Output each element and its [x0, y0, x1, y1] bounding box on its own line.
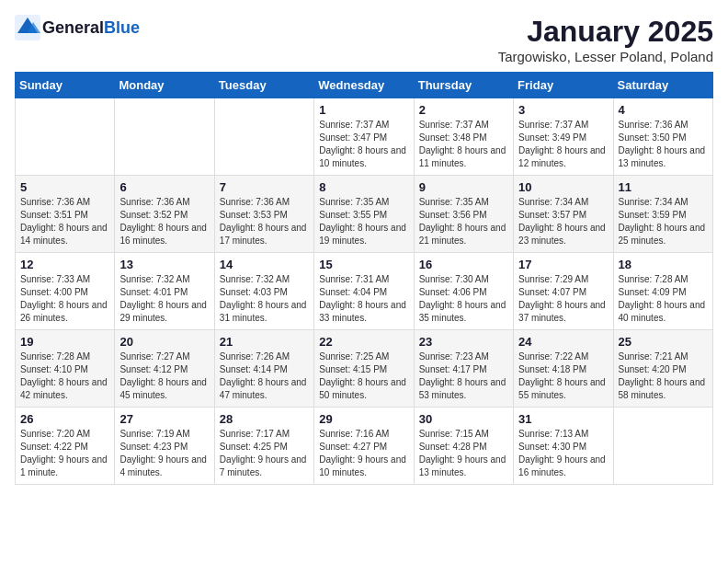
calendar-cell: [613, 408, 712, 485]
calendar-cell: 13Sunrise: 7:32 AMSunset: 4:01 PMDayligh…: [115, 253, 214, 330]
day-info: Sunrise: 7:28 AMSunset: 4:10 PMDaylight:…: [20, 350, 109, 402]
day-info: Sunrise: 7:25 AMSunset: 4:15 PMDaylight:…: [319, 350, 408, 402]
calendar-cell: 3Sunrise: 7:37 AMSunset: 3:49 PMDaylight…: [514, 98, 613, 176]
day-info: Sunrise: 7:36 AMSunset: 3:52 PMDaylight:…: [119, 196, 209, 247]
calendar-cell: 29Sunrise: 7:16 AMSunset: 4:27 PMDayligh…: [314, 408, 414, 485]
day-number: 27: [119, 412, 209, 426]
calendar-cell: 2Sunrise: 7:37 AMSunset: 3:48 PMDaylight…: [414, 98, 513, 176]
calendar-cell: 8Sunrise: 7:35 AMSunset: 3:55 PMDaylight…: [314, 176, 414, 253]
logo-text-blue: Blue: [104, 18, 140, 37]
calendar-cell: 23Sunrise: 7:23 AMSunset: 4:17 PMDayligh…: [414, 330, 513, 408]
day-number: 3: [518, 103, 608, 117]
month-title: January 2025: [498, 15, 713, 49]
day-info: Sunrise: 7:26 AMSunset: 4:14 PMDaylight:…: [220, 350, 309, 402]
day-number: 18: [619, 258, 708, 271]
day-number: 19: [20, 335, 109, 349]
day-number: 31: [518, 412, 608, 426]
day-number: 6: [119, 180, 209, 194]
calendar-cell: 21Sunrise: 7:26 AMSunset: 4:14 PMDayligh…: [214, 330, 313, 408]
day-info: Sunrise: 7:31 AMSunset: 4:04 PMDaylight:…: [319, 273, 408, 325]
calendar-cell: [214, 98, 313, 176]
calendar-cell: 20Sunrise: 7:27 AMSunset: 4:12 PMDayligh…: [115, 330, 214, 408]
day-number: 20: [119, 335, 209, 349]
calendar-week-row: 19Sunrise: 7:28 AMSunset: 4:10 PMDayligh…: [16, 330, 713, 408]
calendar-week-row: 26Sunrise: 7:20 AMSunset: 4:22 PMDayligh…: [16, 408, 713, 485]
day-info: Sunrise: 7:35 AMSunset: 3:56 PMDaylight:…: [419, 196, 508, 247]
day-number: 15: [319, 258, 408, 271]
page-header: GeneralBlue January 2025 Targowisko, Les…: [15, 15, 713, 64]
calendar-cell: 22Sunrise: 7:25 AMSunset: 4:15 PMDayligh…: [314, 330, 414, 408]
day-info: Sunrise: 7:36 AMSunset: 3:51 PMDaylight:…: [20, 196, 109, 247]
day-info: Sunrise: 7:22 AMSunset: 4:18 PMDaylight:…: [518, 350, 608, 402]
day-info: Sunrise: 7:23 AMSunset: 4:17 PMDaylight:…: [419, 350, 508, 402]
day-number: 22: [319, 335, 408, 349]
calendar-cell: 15Sunrise: 7:31 AMSunset: 4:04 PMDayligh…: [314, 253, 414, 330]
calendar-cell: 27Sunrise: 7:19 AMSunset: 4:23 PMDayligh…: [115, 408, 214, 485]
calendar-cell: 31Sunrise: 7:13 AMSunset: 4:30 PMDayligh…: [514, 408, 613, 485]
day-number: 8: [319, 180, 408, 194]
day-number: 28: [220, 412, 309, 426]
calendar-table: SundayMondayTuesdayWednesdayThursdayFrid…: [15, 72, 713, 485]
weekday-header-saturday: Saturday: [613, 73, 712, 98]
location-title: Targowisko, Lesser Poland, Poland: [498, 49, 713, 64]
calendar-cell: 14Sunrise: 7:32 AMSunset: 4:03 PMDayligh…: [214, 253, 313, 330]
day-number: 17: [518, 258, 608, 271]
day-info: Sunrise: 7:36 AMSunset: 3:53 PMDaylight:…: [220, 196, 309, 247]
logo-icon: [15, 15, 40, 40]
day-info: Sunrise: 7:34 AMSunset: 3:59 PMDaylight:…: [619, 196, 708, 247]
day-info: Sunrise: 7:37 AMSunset: 3:48 PMDaylight:…: [419, 119, 508, 170]
day-number: 26: [20, 412, 109, 426]
day-info: Sunrise: 7:36 AMSunset: 3:50 PMDaylight:…: [619, 119, 708, 170]
day-info: Sunrise: 7:28 AMSunset: 4:09 PMDaylight:…: [619, 273, 708, 325]
calendar-cell: 16Sunrise: 7:30 AMSunset: 4:06 PMDayligh…: [414, 253, 513, 330]
day-number: 24: [518, 335, 608, 349]
calendar-cell: [16, 98, 115, 176]
day-number: 11: [619, 180, 708, 194]
weekday-header-sunday: Sunday: [16, 73, 115, 98]
day-number: 16: [419, 258, 508, 271]
logo: GeneralBlue: [15, 15, 140, 40]
weekday-header-row: SundayMondayTuesdayWednesdayThursdayFrid…: [16, 73, 713, 98]
calendar-cell: 10Sunrise: 7:34 AMSunset: 3:57 PMDayligh…: [514, 176, 613, 253]
day-info: Sunrise: 7:29 AMSunset: 4:07 PMDaylight:…: [518, 273, 608, 325]
calendar-cell: 6Sunrise: 7:36 AMSunset: 3:52 PMDaylight…: [115, 176, 214, 253]
day-info: Sunrise: 7:32 AMSunset: 4:03 PMDaylight:…: [220, 273, 309, 325]
day-number: 9: [419, 180, 508, 194]
day-info: Sunrise: 7:32 AMSunset: 4:01 PMDaylight:…: [119, 273, 209, 325]
day-info: Sunrise: 7:37 AMSunset: 3:49 PMDaylight:…: [518, 119, 608, 170]
calendar-cell: 28Sunrise: 7:17 AMSunset: 4:25 PMDayligh…: [214, 408, 313, 485]
day-info: Sunrise: 7:17 AMSunset: 4:25 PMDaylight:…: [220, 428, 309, 479]
day-info: Sunrise: 7:35 AMSunset: 3:55 PMDaylight:…: [319, 196, 408, 247]
day-number: 23: [419, 335, 508, 349]
day-number: 1: [319, 103, 408, 117]
day-number: 12: [20, 258, 109, 271]
day-info: Sunrise: 7:21 AMSunset: 4:20 PMDaylight:…: [619, 350, 708, 402]
calendar-cell: 18Sunrise: 7:28 AMSunset: 4:09 PMDayligh…: [613, 253, 712, 330]
calendar-week-row: 1Sunrise: 7:37 AMSunset: 3:47 PMDaylight…: [16, 98, 713, 176]
day-info: Sunrise: 7:19 AMSunset: 4:23 PMDaylight:…: [119, 428, 209, 479]
calendar-cell: 26Sunrise: 7:20 AMSunset: 4:22 PMDayligh…: [16, 408, 115, 485]
calendar-cell: 19Sunrise: 7:28 AMSunset: 4:10 PMDayligh…: [16, 330, 115, 408]
day-info: Sunrise: 7:37 AMSunset: 3:47 PMDaylight:…: [319, 119, 408, 170]
calendar-cell: 25Sunrise: 7:21 AMSunset: 4:20 PMDayligh…: [613, 330, 712, 408]
calendar-week-row: 5Sunrise: 7:36 AMSunset: 3:51 PMDaylight…: [16, 176, 713, 253]
day-info: Sunrise: 7:13 AMSunset: 4:30 PMDaylight:…: [518, 428, 608, 479]
calendar-cell: 24Sunrise: 7:22 AMSunset: 4:18 PMDayligh…: [514, 330, 613, 408]
title-area: January 2025 Targowisko, Lesser Poland, …: [498, 15, 713, 64]
day-number: 5: [20, 180, 109, 194]
day-number: 30: [419, 412, 508, 426]
day-number: 29: [319, 412, 408, 426]
calendar-cell: 4Sunrise: 7:36 AMSunset: 3:50 PMDaylight…: [613, 98, 712, 176]
day-info: Sunrise: 7:27 AMSunset: 4:12 PMDaylight:…: [119, 350, 209, 402]
calendar-cell: 7Sunrise: 7:36 AMSunset: 3:53 PMDaylight…: [214, 176, 313, 253]
day-number: 7: [220, 180, 309, 194]
logo-text-general: General: [42, 18, 104, 37]
day-info: Sunrise: 7:20 AMSunset: 4:22 PMDaylight:…: [20, 428, 109, 479]
calendar-cell: 5Sunrise: 7:36 AMSunset: 3:51 PMDaylight…: [16, 176, 115, 253]
day-info: Sunrise: 7:16 AMSunset: 4:27 PMDaylight:…: [319, 428, 408, 479]
day-number: 14: [220, 258, 309, 271]
calendar-cell: 1Sunrise: 7:37 AMSunset: 3:47 PMDaylight…: [314, 98, 414, 176]
day-number: 10: [518, 180, 608, 194]
weekday-header-tuesday: Tuesday: [214, 73, 313, 98]
calendar-cell: 12Sunrise: 7:33 AMSunset: 4:00 PMDayligh…: [16, 253, 115, 330]
